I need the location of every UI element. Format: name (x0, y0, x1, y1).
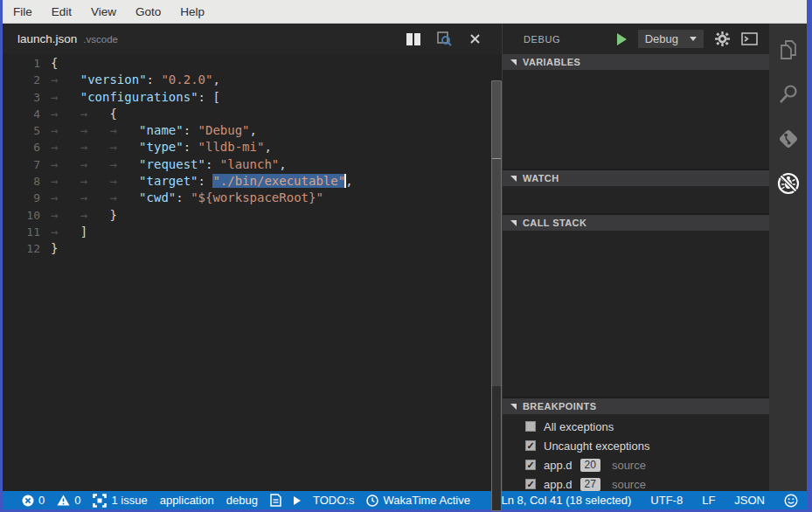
line-number[interactable]: 3 (3, 89, 40, 106)
code-token: "launch" (220, 157, 279, 171)
code-line[interactable]: 2→"version": "0.2.0", (3, 72, 502, 88)
activity-bar (769, 24, 807, 491)
configure-gear-icon[interactable] (715, 31, 730, 46)
twistie-icon (510, 220, 517, 226)
tab-whitespace-marker: → (51, 224, 80, 240)
checkbox-checked[interactable]: ✓ (525, 479, 536, 489)
issues-icon (93, 494, 107, 508)
close-editor-icon[interactable] (467, 31, 482, 47)
menu-help[interactable]: Help (170, 0, 214, 23)
tab-whitespace-marker: → (109, 190, 139, 206)
line-number[interactable]: 1 (3, 55, 40, 72)
cursor-position[interactable]: Ln 8, Col 41 (18 selected) (501, 494, 631, 507)
code-line[interactable]: 10→→} (3, 207, 502, 224)
checkbox-checked[interactable]: ✓ (525, 440, 536, 451)
code-line[interactable]: 5→→→"name": "Debug", (3, 122, 502, 139)
tab-launch-json[interactable]: launch.json .vscode (3, 24, 118, 54)
line-number[interactable]: 4 (3, 106, 40, 122)
line-number-badge: 20 (580, 459, 600, 472)
language-mode[interactable]: JSON (734, 494, 765, 507)
tab-whitespace-marker: → (80, 139, 110, 156)
breakpoint-row[interactable]: ✓Uncaught exceptions (503, 436, 769, 455)
todo-status[interactable]: TODO:s (313, 494, 354, 507)
debug-icon[interactable] (769, 161, 807, 205)
checkbox-checked[interactable]: ✓ (525, 460, 536, 470)
tab-whitespace-marker: → (109, 139, 139, 156)
checkbox-unchecked[interactable] (525, 421, 536, 432)
menu-goto[interactable]: Goto (126, 0, 170, 23)
line-number[interactable]: 5 (3, 122, 40, 139)
menu-view[interactable]: View (81, 0, 126, 23)
wakatime-status[interactable]: WakaTime Active (366, 494, 469, 507)
code-line[interactable]: 9→→→"cwd": "${workspaceRoot}" (3, 190, 502, 206)
source-control-icon[interactable] (769, 116, 807, 161)
split-editor-icon[interactable] (406, 31, 421, 47)
search-icon[interactable] (769, 72, 807, 116)
breakpoint-row[interactable]: All exceptions (503, 417, 769, 436)
line-number[interactable]: 11 (3, 224, 40, 240)
eol-status[interactable]: LF (702, 494, 715, 507)
code-line[interactable]: 4→→{ (3, 106, 502, 122)
debug-config-dropdown[interactable]: Debug (638, 30, 704, 48)
code-token: : (147, 73, 162, 86)
code-token: : (176, 190, 191, 204)
tab-whitespace-marker: → (80, 122, 110, 139)
tab-bar: launch.json .vscode (3, 24, 502, 54)
warning-count-label: 0 (74, 494, 80, 507)
code-token: } (109, 208, 116, 222)
error-icon (22, 495, 34, 507)
line-number[interactable]: 12 (3, 240, 40, 257)
scrollbar-thumb[interactable] (492, 81, 501, 159)
clock-icon (366, 495, 378, 507)
code-token: , (264, 140, 271, 154)
code-token: { (51, 56, 58, 70)
tab-whitespace-marker: → (80, 190, 110, 206)
document-icon[interactable] (270, 494, 281, 507)
run-task-icon[interactable] (294, 496, 301, 505)
line-number[interactable]: 6 (3, 139, 40, 156)
menu-bar: File Edit View Goto Help (3, 0, 807, 24)
code-line[interactable]: 6→→→"type": "lldb-mi", (3, 139, 502, 156)
status-debug[interactable]: debug (226, 494, 258, 507)
section-variables[interactable]: VARIABLES (503, 54, 769, 70)
tab-whitespace-marker: → (80, 106, 110, 122)
code-line[interactable]: 12} (3, 240, 502, 257)
section-watch[interactable]: WATCH (503, 170, 769, 186)
explorer-icon[interactable] (769, 27, 807, 72)
line-number[interactable]: 9 (3, 190, 40, 206)
section-breakpoints[interactable]: BREAKPOINTS (503, 398, 769, 414)
feedback-smiley-icon[interactable] (784, 494, 798, 508)
open-preview-icon[interactable] (436, 31, 452, 47)
line-number[interactable]: 7 (3, 156, 40, 173)
status-application[interactable]: application (160, 494, 214, 507)
code-token: "Debug" (198, 123, 250, 137)
line-number[interactable]: 8 (3, 173, 40, 190)
error-count[interactable]: 0 (22, 494, 45, 507)
line-number[interactable]: 2 (3, 72, 40, 88)
editor-scrollbar[interactable] (491, 80, 502, 511)
code-line[interactable]: 3→"configurations": [ (3, 89, 502, 106)
breakpoint-row[interactable]: ✓app.d20source (503, 455, 769, 474)
debug-console-icon[interactable] (741, 32, 758, 45)
breakpoint-label: app.d (544, 459, 573, 472)
tab-whitespace-marker: → (51, 173, 80, 190)
code-lines: 1{2→"version": "0.2.0",3→"configurations… (3, 55, 502, 258)
warning-count[interactable]: 0 (57, 494, 80, 507)
code-line[interactable]: 1{ (3, 55, 502, 72)
section-watch-label: WATCH (523, 173, 559, 183)
menu-file[interactable]: File (3, 0, 42, 23)
code-line[interactable]: 11→] (3, 224, 502, 240)
status-bar: 0 0 1 issue application debug (3, 491, 807, 509)
line-number[interactable]: 10 (3, 207, 40, 224)
code-line[interactable]: 7→→→"request": "launch", (3, 156, 502, 173)
tab-whitespace-marker: → (80, 173, 110, 190)
start-debug-button[interactable] (617, 33, 627, 45)
code-line[interactable]: 8→→→"target": "./bin/executable", (3, 173, 502, 190)
code-editor[interactable]: 1{2→"version": "0.2.0",3→"configurations… (3, 54, 502, 491)
menu-edit[interactable]: Edit (42, 0, 81, 23)
encoding-status[interactable]: UTF-8 (650, 494, 683, 507)
section-call-stack[interactable]: CALL STACK (503, 215, 769, 231)
issues-status[interactable]: 1 issue (93, 494, 147, 508)
tab-whitespace-marker: → (109, 122, 139, 139)
code-token: "target" (139, 174, 198, 188)
